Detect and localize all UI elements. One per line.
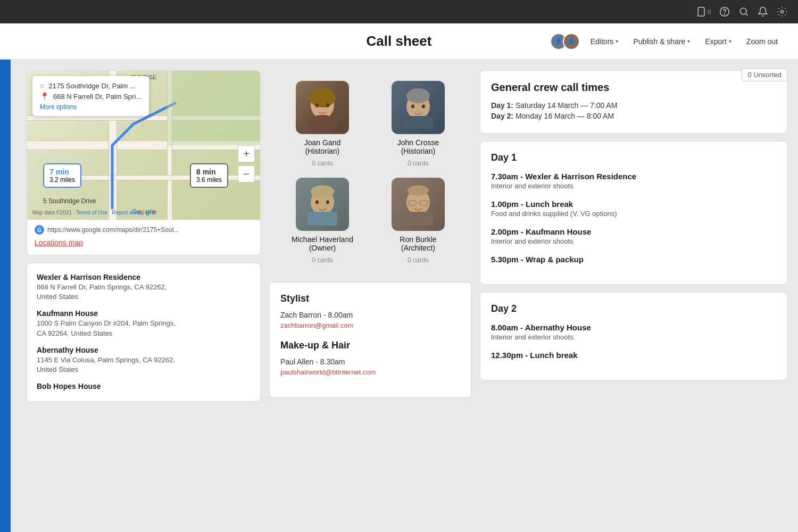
person-photo-ron	[392, 178, 445, 231]
location-item-1: Wexler & Harrison Residence 668 N Farrel…	[37, 273, 251, 302]
gear-icon[interactable]	[777, 6, 787, 17]
day1-title: Day 1	[491, 152, 776, 163]
tablet-badge: 0	[708, 9, 711, 15]
day1-item-2: 1.00pm - Lunch break Food and drinks sup…	[491, 200, 776, 218]
day1-item-3: 2.00pm - Kaufmann House Interior and ext…	[491, 227, 776, 245]
map-origin-row: ○ 2175 Southridge Dr, Palm ...	[40, 81, 142, 90]
people-area: Joan Gand(Historian) 0 cards	[269, 70, 471, 275]
export-chevron: ▾	[729, 38, 732, 44]
stylist-title: Stylist	[280, 293, 460, 304]
locations-card: Wexler & Harrison Residence 668 N Farrel…	[27, 263, 261, 402]
map-dest-text: 668 N Farrell Dr, Palm Spri...	[53, 93, 142, 101]
person-photo-inner-ron	[392, 178, 445, 231]
svg-rect-16	[403, 116, 433, 129]
zoom-in-button[interactable]: +	[238, 145, 255, 162]
michael-face-svg	[301, 183, 344, 226]
general-crew-title: General crew call times	[491, 81, 776, 94]
makeup-email[interactable]: paulshairworld@btinternet.com	[280, 368, 460, 376]
location-addr-1: 668 N Farrell Dr, Palm Springs, CA 92262…	[37, 282, 251, 302]
svg-point-18	[311, 185, 334, 198]
person-name-joan: Joan Gand(Historian)	[304, 138, 341, 155]
map-container[interactable]: SUNRISE ○ 2175 Southridge Dr, Palm ... 📍…	[27, 71, 260, 220]
person-photo-joan	[296, 81, 349, 134]
map-url-row: G https://www.google.com/maps/dir/2175+S…	[35, 225, 253, 235]
stylist-name: Zach Barron	[280, 311, 321, 319]
svg-point-11	[307, 115, 337, 129]
day1-desc-3: Interior and exterior shoots	[491, 237, 776, 245]
day2-time-1: 8.00am - Abernathy House	[491, 323, 776, 332]
day2-desc-1: Interior and exterior shoots.	[491, 333, 776, 341]
joan-face-svg	[301, 86, 344, 129]
svg-point-4	[740, 8, 746, 14]
person-cards-ron: 0 cards	[408, 256, 428, 264]
crew-day1-label: Day 1:	[491, 101, 513, 110]
location-name-3: Abernathy House	[37, 346, 251, 354]
zoomout-button[interactable]: Zoom out	[742, 35, 782, 48]
person-card-michael: Michael Haverland(Owner) 0 cards	[280, 178, 365, 264]
crew-day1-row: Day 1: Saturday 14 March — 7:00 AM	[491, 101, 776, 110]
publish-button[interactable]: Publish & share ▾	[629, 35, 694, 48]
svg-point-8	[310, 88, 335, 107]
location-addr-3: 1145 E Via Colusa, Palm Springs, CA 9226…	[37, 355, 251, 375]
left-accent-strip	[0, 60, 11, 532]
search-icon[interactable]	[738, 6, 749, 17]
day2-title: Day 2	[491, 303, 776, 314]
export-button[interactable]: Export ▾	[701, 35, 735, 48]
stylist-section: Stylist Zach Barron - 8.00am zachbarron@…	[280, 293, 460, 329]
people-grid: Joan Gand(Historian) 0 cards	[269, 70, 471, 275]
person-name-michael: Michael Haverland(Owner)	[292, 235, 353, 252]
crew-day1-time: Saturday 14 March — 7:00 AM	[516, 101, 617, 110]
makeup-title: Make-up & Hair	[280, 340, 460, 351]
svg-point-23	[408, 185, 429, 196]
day1-time-4: 5.30pm - Wrap & packup	[491, 255, 776, 264]
person-card-john: John Crosse(Historian) 0 cards	[376, 81, 461, 167]
unsorted-badge[interactable]: 0 Unsorted	[742, 68, 787, 81]
svg-point-15	[422, 105, 425, 109]
person-cards-john: 0 cards	[408, 160, 428, 167]
crew-day2-row: Day 2: Monday 16 March — 8:00 AM	[491, 112, 776, 120]
makeup-time: - 8.30am	[313, 358, 345, 366]
report-text[interactable]: Report a map error	[112, 210, 156, 215]
person-photo-inner-john	[392, 81, 445, 134]
dest-pin-icon: 📍	[40, 92, 49, 101]
terms-text[interactable]: Terms of Use	[76, 210, 107, 215]
editors-avatars[interactable]: 👤 👤	[550, 33, 580, 50]
location-item-2: Kaufmann House 1000 S Palm Canyon Dr #20…	[37, 309, 251, 338]
avatar-2: 👤	[563, 33, 580, 50]
location-item-4: Bob Hopes House	[37, 382, 251, 390]
header: Call sheet 👤 👤 Editors ▾ Publish & share…	[0, 23, 798, 60]
locations-map-link[interactable]: Locations map	[35, 238, 83, 247]
makeup-row: Paul Allen - 8.30am	[280, 358, 460, 366]
map-card: SUNRISE ○ 2175 Southridge Dr, Palm ... 📍…	[27, 70, 261, 255]
location-name-2: Kaufmann House	[37, 309, 251, 318]
person-name-ron: Ron Burkle(Architect)	[400, 235, 436, 252]
person-photo-john	[392, 81, 445, 134]
help-icon[interactable]	[719, 6, 730, 17]
route1-dist: 3.2 miles	[49, 176, 75, 184]
more-options-link[interactable]: More options	[40, 103, 77, 111]
svg-point-10	[326, 103, 329, 107]
svg-rect-0	[698, 7, 704, 16]
route-box-1: 7 min 3.2 miles	[43, 163, 81, 188]
svg-point-13	[406, 88, 430, 103]
bell-icon[interactable]	[758, 6, 768, 17]
person-photo-inner-michael	[296, 178, 349, 231]
route2-time: 8 min	[196, 168, 222, 176]
svg-point-3	[725, 14, 725, 14]
crew-day2-label: Day 2:	[491, 112, 513, 120]
person-card-ron: Ron Burkle(Architect) 0 cards	[376, 178, 461, 264]
origin-pin-icon: ○	[40, 81, 44, 90]
zoom-out-button[interactable]: −	[238, 165, 255, 182]
top-bar: 0	[0, 0, 798, 23]
location-name-1: Wexler & Harrison Residence	[37, 273, 251, 281]
map-dest-row: 📍 668 N Farrell Dr, Palm Spri...	[40, 92, 142, 101]
stylist-email[interactable]: zachbarron@gmail.com	[280, 321, 460, 329]
tablet-icon-group[interactable]: 0	[696, 6, 711, 17]
makeup-section: Make-up & Hair Paul Allen - 8.30am pauls…	[280, 340, 460, 376]
person-cards-joan: 0 cards	[312, 160, 332, 167]
editors-button[interactable]: Editors ▾	[586, 35, 623, 48]
editors-chevron: ▾	[616, 38, 618, 44]
map-origin-text: 2175 Southridge Dr, Palm ...	[48, 82, 135, 90]
day1-card: Day 1 7.30am - Wexler & Harrison Residen…	[480, 141, 787, 285]
person-photo-michael	[296, 178, 349, 231]
